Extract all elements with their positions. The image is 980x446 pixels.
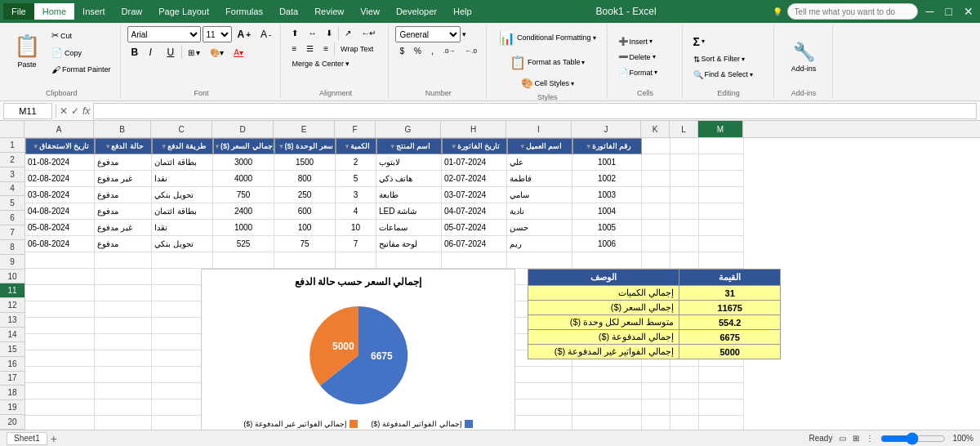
format-button[interactable]: 📄 Format ▾ xyxy=(614,65,677,79)
align-bottom-button[interactable]: ⬇ xyxy=(322,26,336,40)
cell-b3[interactable]: غير مدفوع xyxy=(95,171,152,187)
cell-15-12[interactable] xyxy=(699,367,744,383)
cell-10-1[interactable] xyxy=(95,285,152,301)
row-header-2[interactable]: 2 xyxy=(0,153,24,167)
cell-e6[interactable]: 100 xyxy=(274,220,336,236)
filter-icon-j[interactable]: ▼ xyxy=(586,143,592,150)
filter-icon-f[interactable]: ▼ xyxy=(344,143,350,150)
cell-h6[interactable]: 05-07-2024 xyxy=(442,220,507,236)
cell-13-0[interactable] xyxy=(25,334,95,350)
cell-e2[interactable]: 1500 xyxy=(274,154,336,171)
cell-a1[interactable]: تاريخ الاستحقاق ▼ xyxy=(25,138,95,154)
cell-k7[interactable] xyxy=(642,236,670,252)
row-header-6[interactable]: 6 xyxy=(0,211,24,225)
paste-button[interactable]: 📋 Paste xyxy=(8,26,46,75)
cell-14-0[interactable] xyxy=(25,350,95,367)
cell-g7[interactable]: لوحة مفاتيح xyxy=(376,236,442,252)
tab-insert[interactable]: Insert xyxy=(74,3,114,20)
cell-g5[interactable]: شاشة LED xyxy=(376,203,442,220)
row-header-15[interactable]: 15 xyxy=(0,342,24,357)
comma-button[interactable]: , xyxy=(427,44,438,58)
conditional-formatting-button[interactable]: 📊 Conditional Formatting ▾ xyxy=(493,26,602,49)
cell-e1[interactable]: سعر الوحدة ($) ▼ xyxy=(274,138,336,154)
cell-10-0[interactable] xyxy=(25,285,95,301)
chart-container[interactable]: إجمالي السعر حسب حالة الدفع 6675 5000 xyxy=(201,269,515,430)
cell-8-11[interactable] xyxy=(670,252,699,269)
cell-8-7[interactable] xyxy=(442,252,507,269)
cell-15-11[interactable] xyxy=(670,367,699,383)
cell-17-10[interactable] xyxy=(642,399,670,416)
cell-b2[interactable]: مدفوع xyxy=(95,154,152,171)
cell-16-1[interactable] xyxy=(95,383,152,399)
tab-formulas[interactable]: Formulas xyxy=(217,3,271,20)
cell-c5[interactable]: بطاقة ائتمان xyxy=(152,203,213,220)
row-header-9[interactable]: 9 xyxy=(0,255,24,270)
cell-g6[interactable]: سماعات xyxy=(376,220,442,236)
cell-h5[interactable]: 04-07-2024 xyxy=(442,203,507,220)
cell-m5[interactable] xyxy=(699,203,744,220)
cell-15-10[interactable] xyxy=(642,367,670,383)
cell-17-1[interactable] xyxy=(95,399,152,416)
cell-a2[interactable]: 01-08-2024 xyxy=(25,154,95,171)
row-header-11[interactable]: 11 xyxy=(0,283,24,298)
cell-j5[interactable]: 1004 xyxy=(572,203,642,220)
fill-color-button[interactable]: 🎨▾ xyxy=(206,46,228,60)
cell-d6[interactable]: 1000 xyxy=(213,220,274,236)
cell-8-3[interactable] xyxy=(213,252,274,269)
cut-button[interactable]: ✂ Cut xyxy=(47,28,115,43)
cell-18-1[interactable] xyxy=(95,416,152,430)
col-header-j[interactable]: J xyxy=(572,121,641,137)
cell-k2[interactable] xyxy=(642,154,670,171)
row-header-3[interactable]: 3 xyxy=(0,167,24,182)
cell-j4[interactable]: 1003 xyxy=(572,187,642,203)
cell-reference-input[interactable] xyxy=(3,103,52,119)
cell-18-10[interactable] xyxy=(642,416,670,430)
cell-15-8[interactable] xyxy=(507,367,572,383)
cell-c7[interactable]: تحويل بنكي xyxy=(152,236,213,252)
cell-14-1[interactable] xyxy=(95,350,152,367)
cell-c6[interactable]: نقدا xyxy=(152,220,213,236)
cell-8-0[interactable] xyxy=(25,252,95,269)
view-layout-icon[interactable]: ⊞ xyxy=(853,434,859,443)
cell-16-10[interactable] xyxy=(642,383,670,399)
view-break-icon[interactable]: ⋮ xyxy=(866,434,874,443)
tab-view[interactable]: View xyxy=(352,3,388,20)
cell-l7[interactable] xyxy=(670,236,699,252)
cell-8-1[interactable] xyxy=(95,252,152,269)
col-header-b[interactable]: B xyxy=(94,121,151,137)
cell-16-12[interactable] xyxy=(699,383,744,399)
row-header-17[interactable]: 17 xyxy=(0,372,24,386)
cell-a6[interactable]: 05-08-2024 xyxy=(25,220,95,236)
cell-8-10[interactable] xyxy=(642,252,670,269)
confirm-formula-icon[interactable]: ✓ xyxy=(71,105,79,117)
col-header-k[interactable]: K xyxy=(641,121,670,137)
cell-a4[interactable]: 03-08-2024 xyxy=(25,187,95,203)
cell-e3[interactable]: 800 xyxy=(274,171,336,187)
cell-f1[interactable]: الكمية ▼ xyxy=(336,138,376,154)
cell-17-8[interactable] xyxy=(507,399,572,416)
add-sheet-button[interactable]: + xyxy=(51,432,57,445)
view-normal-icon[interactable]: ▭ xyxy=(839,434,846,443)
cell-h3[interactable]: 02-07-2024 xyxy=(442,171,507,187)
cell-m4[interactable] xyxy=(699,187,744,203)
align-top-button[interactable]: ⬆ xyxy=(287,26,302,40)
row-header-19[interactable]: 19 xyxy=(0,400,24,415)
cell-j6[interactable]: 1005 xyxy=(572,220,642,236)
cell-i7[interactable]: ريم xyxy=(507,236,572,252)
tab-developer[interactable]: Developer xyxy=(388,3,445,20)
cell-l2[interactable] xyxy=(670,154,699,171)
cell-8-9[interactable] xyxy=(572,252,642,269)
cell-h7[interactable]: 06-07-2024 xyxy=(442,236,507,252)
cell-8-8[interactable] xyxy=(507,252,572,269)
cell-k1[interactable] xyxy=(642,138,670,154)
cell-e4[interactable]: 250 xyxy=(274,187,336,203)
cell-j2[interactable]: 1001 xyxy=(572,154,642,171)
col-header-c[interactable]: C xyxy=(151,121,212,137)
col-header-f[interactable]: F xyxy=(335,121,376,137)
cell-g3[interactable]: هاتف ذكي xyxy=(376,171,442,187)
find-select-button[interactable]: 🔍 Find & Select ▾ xyxy=(689,68,768,82)
cell-i4[interactable]: سامي xyxy=(507,187,572,203)
cell-a3[interactable]: 02-08-2024 xyxy=(25,171,95,187)
cell-h2[interactable]: 01-07-2024 xyxy=(442,154,507,171)
cell-f4[interactable]: 3 xyxy=(336,187,376,203)
